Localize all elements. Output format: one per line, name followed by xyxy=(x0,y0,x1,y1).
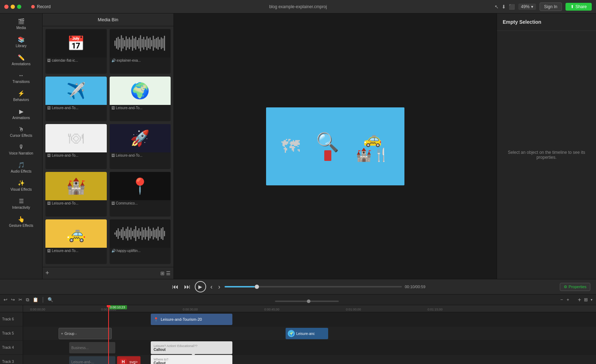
copy-button[interactable]: ⧉ xyxy=(25,296,30,303)
media-item-7[interactable]: 🏰 🖼 Leisure-and-To... xyxy=(45,172,107,217)
track-area: 0:00:00;00 0:00:15;00 0:00:30;00 0:00:45… xyxy=(23,305,596,364)
progress-thumb[interactable] xyxy=(255,285,259,289)
clip-tourism-20[interactable]: 📍 Leisure-and-Tourism-20 xyxy=(151,314,232,325)
prev-frame-button[interactable]: ‹ xyxy=(209,282,214,292)
preview-castle-icon: 🏰 xyxy=(356,147,372,162)
track-row-6: 📍 Leisure-and-Tourism-20 xyxy=(23,312,596,326)
play-pause-button[interactable]: ▶ xyxy=(195,281,206,292)
group-clip-track5[interactable]: + Group - xyxy=(59,328,112,339)
sidebar-item-visual-effects[interactable]: ✨ Visual Effects xyxy=(1,177,41,194)
zoom-minus-button[interactable]: − xyxy=(559,296,564,303)
annotations-icon: ✏️ xyxy=(18,54,25,61)
track-label-5: Track 5 xyxy=(0,326,23,341)
sidebar-item-media[interactable]: 🎬 Media xyxy=(1,15,41,33)
playhead-handle[interactable] xyxy=(107,305,110,307)
media-item-10[interactable]: 🔊 happy-upliftin... xyxy=(110,219,171,264)
ruler-mark-75: 0:01:15;00 xyxy=(427,308,443,311)
sidebar-item-behaviors-label: Behaviors xyxy=(13,98,29,102)
maximize-button[interactable] xyxy=(17,5,21,9)
sidebar-item-gesture-effects[interactable]: 👆 Gesture Effects xyxy=(1,213,41,230)
next-frame-button[interactable]: › xyxy=(217,282,222,292)
cursor-icon[interactable]: ↖ xyxy=(495,4,499,10)
media-label-2: 🔊 explainer-exa... xyxy=(110,57,171,63)
zoom-dropdown-icon[interactable]: ▾ xyxy=(531,4,533,9)
add-track-button[interactable]: + xyxy=(577,296,582,304)
svg-rect-33 xyxy=(116,230,117,237)
svg-label: svg> xyxy=(129,360,138,364)
sidebar-item-behaviors[interactable]: ⚡ Behaviors xyxy=(1,87,41,105)
media-label-3: 🖼 Leisure-and-To... xyxy=(45,105,107,111)
skip-back-button[interactable]: ⏮ xyxy=(171,282,180,292)
timeline-toolbar: ↩ ↪ ✂ ⧉ 📋 🔍 − + + ⊞ ▾ xyxy=(0,295,596,305)
sidebar-item-annotations[interactable]: ✏️ Annotations xyxy=(1,51,41,69)
zoom-plus-button[interactable]: + xyxy=(566,296,570,303)
sign-in-button[interactable]: Sign In xyxy=(540,2,562,11)
playhead[interactable] xyxy=(108,305,109,364)
paste-button[interactable]: 📋 xyxy=(32,296,39,303)
media-bin-footer: + ⊞ ☰ xyxy=(43,267,173,279)
properties-button[interactable]: ⚙ Properties xyxy=(560,283,590,291)
expand-button[interactable]: ▾ xyxy=(590,297,593,302)
sidebar-item-voice-narration[interactable]: 🎙 Voice Narration xyxy=(1,141,41,158)
callout-clip-1[interactable]: Leisure? Action! Educational?? Callout xyxy=(151,341,232,354)
progress-bar[interactable] xyxy=(225,286,402,287)
svg-rect-22 xyxy=(150,38,151,49)
playhead-time-badge: 0:00:10;23 xyxy=(108,305,127,309)
media-item-5[interactable]: 🍽 🖼 Leisure-and-To... xyxy=(45,124,107,169)
svg-rect-41 xyxy=(129,230,130,237)
add-media-button[interactable]: + xyxy=(45,269,49,277)
media-item-9[interactable]: 🚕 🖼 Leisure-and-To... xyxy=(45,219,107,264)
timeline-scrubber[interactable] xyxy=(275,301,339,302)
media-item-1[interactable]: 📅 🖼 calendar-flat-ic... xyxy=(45,29,107,74)
frame-icon[interactable]: ⬛ xyxy=(509,4,515,10)
clip-leisure-anc[interactable]: 🌍 Leisure-anc xyxy=(286,328,328,339)
media-label-10: 🔊 happy-upliftin... xyxy=(110,248,171,254)
media-item-2[interactable]: 🔊 explainer-exa... xyxy=(110,29,171,74)
zoom-in-icon[interactable]: 🔍 xyxy=(47,296,54,303)
scrubber-thumb[interactable] xyxy=(307,299,310,303)
zoom-control[interactable]: 49% ▾ xyxy=(518,4,536,10)
sidebar-item-cursor-effects[interactable]: 🖱 Cursor Effects xyxy=(1,123,41,140)
sidebar-item-transitions[interactable]: ↔ Transitions xyxy=(1,69,41,86)
svg-rect-3 xyxy=(119,39,120,47)
undo-button[interactable]: ↩ xyxy=(3,296,8,303)
download-icon[interactable]: ⬇ xyxy=(502,4,506,10)
svg-rect-50 xyxy=(143,230,144,237)
svg-rect-45 xyxy=(135,226,136,241)
titlebar: Record blog example-explainer.cmproj ↖ ⬇… xyxy=(0,0,596,13)
redo-button[interactable]: ↪ xyxy=(10,296,16,303)
step-back-button[interactable]: ⏭ xyxy=(183,282,192,292)
media-item-6[interactable]: 🚀 🖼 Leisure-and-To... xyxy=(110,124,171,169)
svg-rect-46 xyxy=(137,230,138,237)
callout1-label: Callout xyxy=(154,348,230,352)
record-button[interactable]: Record xyxy=(31,4,51,9)
callout-clip-3[interactable]: Where to? Callout xyxy=(151,355,232,364)
media-item-3[interactable]: ✈️ 🖼 Leisure-and-To... xyxy=(45,77,107,121)
svg-clip[interactable]: H svg> xyxy=(117,356,140,364)
ruler-mark-60: 0:01:00;00 xyxy=(346,308,361,311)
media-item-8[interactable]: 📍 🖼 Communico... xyxy=(110,172,171,217)
cut-button[interactable]: ✂ xyxy=(18,296,23,303)
gear-icon: ⚙ xyxy=(564,285,567,289)
list-view-button[interactable]: ☰ xyxy=(166,270,171,276)
sidebar-item-interactivity-label: Interactivity xyxy=(12,206,30,209)
sidebar-item-interactivity[interactable]: ☰ Interactivity xyxy=(1,195,41,212)
svg-rect-38 xyxy=(124,231,125,236)
sidebar-item-library[interactable]: 📚 Library xyxy=(1,33,41,51)
sidebar-item-animations[interactable]: ▶ Animations xyxy=(1,105,41,123)
share-button[interactable]: ⬆ Share xyxy=(565,3,592,11)
callout3-label: Callout xyxy=(154,361,230,364)
empty-selection-text: Select an object on the timeline to see … xyxy=(504,150,589,160)
grid-view-button[interactable]: ⊞ xyxy=(160,270,165,276)
empty-selection-header: Empty Selection xyxy=(497,13,596,31)
progress-fill xyxy=(225,286,255,287)
media-type-icon-9: 🖼 xyxy=(47,249,51,253)
close-button[interactable] xyxy=(4,5,9,9)
sidebar-item-audio-effects[interactable]: 🎵 Audio Effects xyxy=(1,159,41,176)
minimize-button[interactable] xyxy=(11,5,15,9)
media-item-4[interactable]: 🌍 🖼 Leisure-and-To... xyxy=(110,77,171,121)
playhead-ruler-indicator: 0:00:10;23 xyxy=(108,305,127,312)
media-thumb-7: 🏰 xyxy=(45,172,107,200)
rocket-icon: 🚀 xyxy=(130,129,150,147)
expand-tracks-button[interactable]: ⊞ xyxy=(583,296,589,303)
